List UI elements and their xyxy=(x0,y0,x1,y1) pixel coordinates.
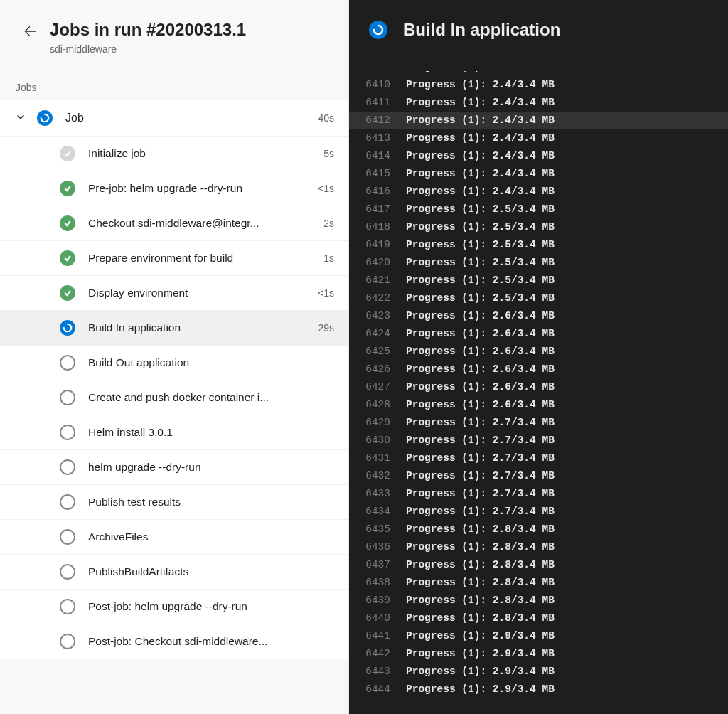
step-row[interactable]: Display environment<1s xyxy=(0,276,348,311)
line-number: 6413 xyxy=(349,129,393,147)
log-line[interactable]: 6438Progress (1): 2.8/3.4 MB xyxy=(349,574,728,592)
line-text: Progress (1): 2.7/3.4 MB xyxy=(393,449,555,467)
log-line[interactable]: 6435Progress (1): 2.8/3.4 MB xyxy=(349,521,728,538)
log-line[interactable]: 6420Progress (1): 2.5/3.4 MB xyxy=(349,254,728,272)
line-number: 6415 xyxy=(349,165,393,183)
log-line[interactable]: 6415Progress (1): 2.4/3.4 MB xyxy=(349,165,728,183)
line-text: Progress (1): 2.6/3.4 MB xyxy=(393,343,555,361)
log-line[interactable]: 6414Progress (1): 2.4/3.4 MB xyxy=(349,147,728,165)
log-line[interactable]: 6426Progress (1): 2.6/3.4 MB xyxy=(349,361,728,378)
step-row[interactable]: Build Out application xyxy=(0,346,348,380)
line-text: Progress (1): 2.5/3.4 MB xyxy=(393,201,555,218)
job-row[interactable]: Job 40s xyxy=(0,100,348,137)
step-row[interactable]: helm upgrade --dry-run xyxy=(0,450,348,485)
spinner-icon xyxy=(40,113,50,123)
step-status-icon xyxy=(60,250,75,266)
log-line[interactable]: 6444Progress (1): 2.9/3.4 MB xyxy=(349,681,728,698)
step-status-icon xyxy=(60,494,75,510)
log-line[interactable]: 6430Progress (1): 2.7/3.4 MB xyxy=(349,432,728,449)
log-line[interactable]: 6412Progress (1): 2.4/3.4 MB xyxy=(349,112,728,129)
back-button[interactable] xyxy=(21,23,38,40)
step-row[interactable]: Post-job: helm upgrade --dry-run xyxy=(0,590,348,624)
log-line[interactable]: 6413Progress (1): 2.4/3.4 MB xyxy=(349,129,728,147)
log-body[interactable]: 6409Progress (1): 2.3/3.4 MB6410Progress… xyxy=(349,55,728,714)
line-text: Progress (1): 2.9/3.4 MB xyxy=(393,645,555,663)
step-row[interactable]: Post-job: Checkout sdi-middleware... xyxy=(0,624,348,659)
line-text: Progress (1): 2.4/3.4 MB xyxy=(393,112,555,129)
line-text: Progress (1): 2.9/3.4 MB xyxy=(393,681,555,698)
log-line[interactable]: 6441Progress (1): 2.9/3.4 MB xyxy=(349,627,728,645)
step-label: ArchiveFiles xyxy=(88,531,328,543)
line-text: Progress (1): 2.4/3.4 MB xyxy=(393,147,555,165)
log-line[interactable]: 6442Progress (1): 2.9/3.4 MB xyxy=(349,645,728,663)
log-line[interactable]: 6422Progress (1): 2.5/3.4 MB xyxy=(349,289,728,307)
log-line[interactable]: 6437Progress (1): 2.8/3.4 MB xyxy=(349,556,728,574)
line-number: 6412 xyxy=(349,112,393,129)
step-label: Checkout sdi-middleware@integr... xyxy=(88,217,318,230)
log-line[interactable]: 6436Progress (1): 2.8/3.4 MB xyxy=(349,538,728,556)
line-text: Progress (1): 2.4/3.4 MB xyxy=(393,129,555,147)
log-line[interactable]: 6439Progress (1): 2.8/3.4 MB xyxy=(349,592,728,609)
line-number: 6432 xyxy=(349,467,393,485)
log-line[interactable]: 6417Progress (1): 2.5/3.4 MB xyxy=(349,201,728,218)
step-label: Build In application xyxy=(88,321,312,334)
step-row[interactable]: Checkout sdi-middleware@integr...2s xyxy=(0,206,348,241)
step-status-icon xyxy=(60,355,75,371)
log-line[interactable]: 6424Progress (1): 2.6/3.4 MB xyxy=(349,325,728,343)
step-duration: <1s xyxy=(318,183,334,194)
log-line[interactable]: 6432Progress (1): 2.7/3.4 MB xyxy=(349,467,728,485)
step-status-icon xyxy=(60,599,75,614)
log-line[interactable]: 6429Progress (1): 2.7/3.4 MB xyxy=(349,414,728,432)
log-line[interactable]: 6425Progress (1): 2.6/3.4 MB xyxy=(349,343,728,361)
step-row[interactable]: Pre-job: helm upgrade --dry-run<1s xyxy=(0,171,348,206)
log-line[interactable]: 6419Progress (1): 2.5/3.4 MB xyxy=(349,236,728,254)
line-text: Progress (1): 2.6/3.4 MB xyxy=(393,378,555,396)
panel-header: Jobs in run #20200313.1 sdi-middleware xyxy=(0,0,348,63)
step-duration: <1s xyxy=(318,287,334,299)
log-line[interactable]: 6434Progress (1): 2.7/3.4 MB xyxy=(349,503,728,521)
log-line[interactable]: 6428Progress (1): 2.6/3.4 MB xyxy=(349,396,728,414)
step-row[interactable]: Prepare environment for build1s xyxy=(0,241,348,276)
step-row[interactable]: Helm install 3.0.1 xyxy=(0,415,348,450)
log-line[interactable]: 6423Progress (1): 2.6/3.4 MB xyxy=(349,307,728,325)
step-label: Create and push docker container i... xyxy=(88,391,328,404)
log-line[interactable]: 6440Progress (1): 2.8/3.4 MB xyxy=(349,609,728,627)
step-row[interactable]: Initialize job5s xyxy=(0,137,348,171)
log-line[interactable]: 6411Progress (1): 2.4/3.4 MB xyxy=(349,94,728,112)
step-label: Build Out application xyxy=(88,356,328,369)
arrow-left-icon xyxy=(23,24,37,38)
checkmark-icon xyxy=(63,149,72,158)
log-line[interactable]: 6409Progress (1): 2.3/3.4 MB xyxy=(349,58,728,76)
line-text: Progress (1): 2.8/3.4 MB xyxy=(393,609,555,627)
log-line[interactable]: 6443Progress (1): 2.9/3.4 MB xyxy=(349,663,728,681)
log-line[interactable]: 6427Progress (1): 2.6/3.4 MB xyxy=(349,378,728,396)
spinner-icon xyxy=(63,323,73,333)
expand-toggle[interactable] xyxy=(16,112,27,124)
line-number: 6434 xyxy=(349,503,393,521)
line-text: Progress (1): 2.9/3.4 MB xyxy=(393,627,555,645)
line-number: 6435 xyxy=(349,521,393,538)
step-duration: 5s xyxy=(323,148,334,159)
step-row[interactable]: ArchiveFiles xyxy=(0,520,348,555)
log-line[interactable]: 6418Progress (1): 2.5/3.4 MB xyxy=(349,218,728,236)
log-line[interactable]: 6416Progress (1): 2.4/3.4 MB xyxy=(349,183,728,201)
step-row[interactable]: PublishBuildArtifacts xyxy=(0,555,348,590)
line-number: 6440 xyxy=(349,609,393,627)
log-line[interactable]: 6421Progress (1): 2.5/3.4 MB xyxy=(349,272,728,289)
line-text: Progress (1): 2.4/3.4 MB xyxy=(393,183,555,201)
step-duration: 1s xyxy=(323,252,334,264)
step-row[interactable]: Create and push docker container i... xyxy=(0,380,348,415)
line-text: Progress (1): 2.8/3.4 MB xyxy=(393,574,555,592)
steps-list: Initialize job5sPre-job: helm upgrade --… xyxy=(0,137,348,659)
step-row[interactable]: Publish test results xyxy=(0,485,348,520)
jobs-panel: Jobs in run #20200313.1 sdi-middleware J… xyxy=(0,0,349,714)
line-number: 6414 xyxy=(349,147,393,165)
checkmark-icon xyxy=(63,219,72,228)
log-line[interactable]: 6410Progress (1): 2.4/3.4 MB xyxy=(349,76,728,94)
line-number: 6417 xyxy=(349,201,393,218)
line-text: Progress (1): 2.6/3.4 MB xyxy=(393,396,555,414)
log-line[interactable]: 6433Progress (1): 2.7/3.4 MB xyxy=(349,485,728,503)
log-line[interactable]: 6431Progress (1): 2.7/3.4 MB xyxy=(349,449,728,467)
step-row[interactable]: Build In application29s xyxy=(0,311,348,346)
line-number: 6436 xyxy=(349,538,393,556)
